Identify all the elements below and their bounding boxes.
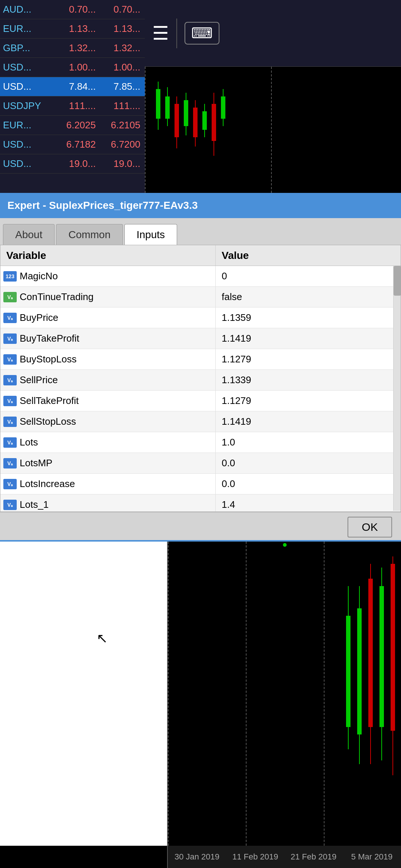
symbol-bid: 19.0...: [51, 158, 96, 170]
dialog-footer: OK: [0, 512, 401, 542]
var-type-icon: Vₐ: [3, 500, 17, 510]
table-row[interactable]: Vₐ Lots_1 1.4: [0, 494, 401, 512]
symbol-ask: 1.13...: [96, 23, 140, 34]
variable-name: BuyTakeProfit: [20, 333, 79, 344]
svg-rect-29: [368, 579, 373, 727]
cell-variable: Vₐ Lots: [0, 432, 216, 453]
keyboard-icon: ⌨: [191, 25, 213, 41]
tab-common[interactable]: Common: [56, 224, 123, 245]
mouse-cursor-indicator: ↖: [97, 631, 108, 646]
symbol-row[interactable]: USD... 7.84... 7.85...: [0, 77, 145, 96]
bottom-candles-svg: [168, 542, 401, 846]
var-type-icon: Vₐ: [3, 313, 17, 323]
dialog-tabs: AboutCommonInputs: [0, 218, 401, 245]
symbol-row[interactable]: EUR... 1.13... 1.13...: [0, 19, 145, 39]
var-type-icon: Vₐ: [3, 437, 17, 448]
svg-rect-12: [193, 108, 198, 137]
tab-about[interactable]: About: [3, 224, 55, 245]
table-row[interactable]: Vₐ LotsIncrease 0.0: [0, 474, 401, 494]
cell-value[interactable]: 1.0: [216, 432, 401, 453]
table-header: Variable Value: [0, 245, 401, 266]
toolbar: ☰ ⌨: [145, 0, 401, 67]
cell-variable: Vₐ LotsMP: [0, 453, 216, 473]
chart-date: 11 Feb 2019: [226, 852, 284, 862]
cell-value[interactable]: 1.1419: [216, 411, 401, 432]
table-row[interactable]: Vₐ ConTinueTrading false: [0, 287, 401, 308]
symbol-bid: 111....: [51, 100, 96, 112]
table-row[interactable]: Vₐ LotsMP 0.0: [0, 453, 401, 474]
variable-name: SellPrice: [20, 374, 58, 386]
table-row[interactable]: Vₐ BuyPrice 1.1359: [0, 308, 401, 328]
symbol-name: USD...: [3, 81, 51, 92]
cell-variable: Vₐ BuyStopLoss: [0, 349, 216, 369]
symbol-name: USD...: [3, 139, 51, 150]
scrollbar[interactable]: [393, 266, 401, 511]
cell-value[interactable]: 1.1339: [216, 370, 401, 390]
symbol-name: EUR...: [3, 23, 51, 34]
symbol-ask: 7.85...: [96, 81, 140, 92]
cell-value[interactable]: 1.1419: [216, 328, 401, 349]
table-row[interactable]: Vₐ Lots 1.0: [0, 432, 401, 453]
table-row[interactable]: Vₐ BuyTakeProfit 1.1419: [0, 328, 401, 349]
variable-name: Lots: [20, 437, 38, 448]
table-row[interactable]: Vₐ SellTakeProfit 1.1279: [0, 391, 401, 411]
symbol-row[interactable]: GBP... 1.32... 1.32...: [0, 39, 145, 58]
cell-variable: Vₐ BuyPrice: [0, 308, 216, 328]
top-candles-svg: [145, 67, 401, 193]
svg-rect-0: [156, 89, 160, 119]
var-type-icon: Vₐ: [3, 458, 17, 468]
symbol-bid: 6.7182: [51, 139, 96, 150]
symbol-row[interactable]: USD... 1.00... 1.00...: [0, 58, 145, 77]
dialog-titlebar: Expert - SuplexPrices_tiger777-EAv3.3: [0, 193, 401, 218]
symbol-row[interactable]: USDJPY 111.... 111....: [0, 96, 145, 116]
symbol-ask: 6.7200: [96, 139, 140, 150]
hamburger-icon[interactable]: ☰: [152, 24, 169, 43]
svg-rect-27: [357, 608, 362, 734]
bottom-right-chart: 30 Jan 201911 Feb 201921 Feb 20195 Mar 2…: [167, 542, 401, 868]
svg-rect-3: [165, 96, 170, 119]
bottom-area: ↖ 30 Jan 201911 Feb 201921 Feb 20195 Mar…: [0, 542, 401, 868]
symbol-ask: 19.0...: [96, 158, 140, 170]
cell-value[interactable]: 0.0: [216, 474, 401, 494]
cell-value[interactable]: 1.4: [216, 494, 401, 512]
table-row[interactable]: 123 MagicNo 0: [0, 266, 401, 287]
cell-value[interactable]: false: [216, 287, 401, 307]
symbol-row[interactable]: USD... 6.7182 6.7200: [0, 135, 145, 154]
ok-button[interactable]: OK: [348, 517, 392, 537]
cell-value[interactable]: 0: [216, 266, 401, 286]
symbol-bid: 7.84...: [51, 81, 96, 92]
chart-date: 21 Feb 2019: [284, 852, 343, 862]
symbol-row[interactable]: EUR... 6.2025 6.2105: [0, 116, 145, 135]
svg-rect-15: [202, 111, 207, 130]
var-type-icon: Vₐ: [3, 292, 17, 302]
cell-value[interactable]: 1.1279: [216, 349, 401, 369]
variable-name: LotsMP: [20, 457, 52, 469]
tab-inputs[interactable]: Inputs: [124, 224, 177, 245]
symbol-row[interactable]: AUD... 0.70... 0.70...: [0, 0, 145, 19]
symbol-list: AUD... 0.70... 0.70... EUR... 1.13... 1.…: [0, 0, 145, 193]
symbol-bid: 1.13...: [51, 23, 96, 34]
svg-rect-33: [391, 564, 395, 731]
table-row[interactable]: Vₐ SellStopLoss 1.1419: [0, 411, 401, 432]
green-dot: [283, 543, 287, 547]
symbol-name: GBP...: [3, 42, 51, 54]
cell-value[interactable]: 1.1279: [216, 391, 401, 411]
var-type-icon: Vₐ: [3, 479, 17, 489]
symbol-bid: 0.70...: [51, 4, 96, 15]
variable-name: LotsIncrease: [20, 478, 75, 490]
bottom-dashed-3: [324, 542, 325, 868]
table-row[interactable]: Vₐ SellPrice 1.1339: [0, 370, 401, 391]
symbol-name: EUR...: [3, 119, 51, 131]
col-header-variable: Variable: [0, 245, 216, 266]
cell-value[interactable]: 0.0: [216, 453, 401, 473]
cell-value[interactable]: 1.1359: [216, 308, 401, 328]
variable-name: BuyStopLoss: [20, 354, 76, 365]
table-row[interactable]: Vₐ BuyStopLoss 1.1279: [0, 349, 401, 370]
symbol-row[interactable]: USD... 19.0... 19.0...: [0, 154, 145, 174]
scroll-thumb[interactable]: [394, 266, 401, 296]
svg-rect-21: [221, 96, 225, 119]
cell-variable: Vₐ SellStopLoss: [0, 411, 216, 432]
keyboard-button[interactable]: ⌨: [185, 22, 219, 45]
top-chart-canvas: [145, 67, 401, 193]
dialog-content: Variable Value 123 MagicNo 0 Vₐ ConTinue…: [0, 245, 401, 512]
